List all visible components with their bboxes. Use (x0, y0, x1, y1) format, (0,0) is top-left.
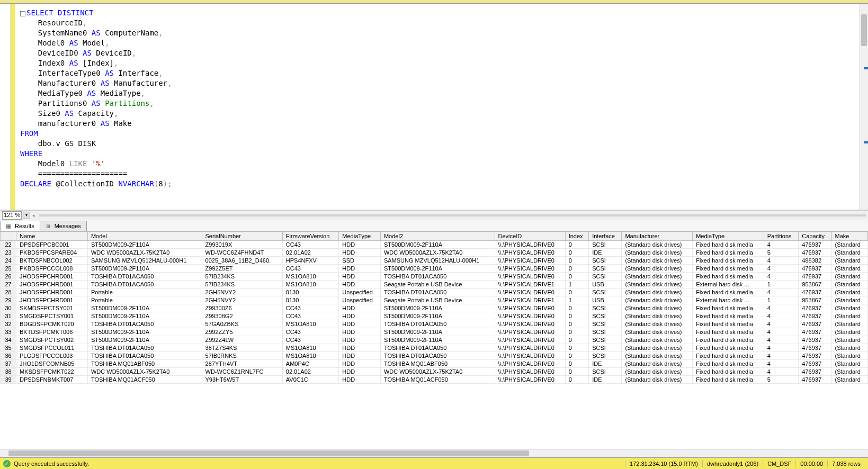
cell[interactable]: SCSI (589, 344, 622, 352)
cell[interactable]: Fixed hard disk media (693, 288, 764, 296)
cell[interactable]: Fixed hard disk media (693, 336, 764, 344)
cell[interactable]: (Standard (831, 281, 867, 288)
cell[interactable]: MS1OA810 (282, 273, 339, 281)
table-row[interactable]: 26JHODSFPCHRD001TOSHIBA DT01ACA05057IB23… (1, 273, 868, 281)
column-header[interactable]: Name (16, 232, 88, 241)
cell[interactable]: \\.\PHYSICALDRIVE0 (495, 328, 565, 336)
cell[interactable]: 1 (764, 281, 799, 288)
cell[interactable]: TOSHIBA MQ01ACF050 (380, 376, 495, 384)
cell[interactable]: JHO1DSFCOMNB05 (16, 360, 88, 368)
cell[interactable]: (Standard (831, 320, 867, 328)
cell[interactable]: \\.\PHYSICALDRIVE0 (495, 360, 565, 368)
cell[interactable]: 4 (764, 241, 799, 249)
cell[interactable]: 0 (565, 273, 589, 281)
cell[interactable]: IDE (589, 249, 622, 257)
cell[interactable]: HDD (339, 336, 381, 344)
results-grid-area[interactable]: NameModelSerialNumberFirmwareVersionMedi… (0, 231, 868, 449)
cell[interactable]: 0 (565, 249, 589, 257)
cell[interactable]: BDGDSFPCMKT020 (16, 320, 88, 328)
cell[interactable]: 488382 (799, 257, 831, 265)
table-row[interactable]: 35SMGDSFPCCOL011TOSHIBA DT01ACA05038TZ7S… (1, 344, 868, 352)
cell[interactable]: SCSI (589, 336, 622, 344)
cell[interactable]: HDD (339, 328, 381, 336)
cell[interactable]: CC43 (282, 265, 339, 273)
cell[interactable]: 476937 (799, 312, 831, 320)
cell[interactable]: ST500DM009-2F110A (87, 312, 202, 320)
cell[interactable]: \\.\PHYSICALDRIVE0 (495, 288, 565, 296)
cell[interactable]: \\.\PHYSICALDRIVE1 (495, 296, 565, 304)
column-header[interactable]: Make (831, 232, 867, 241)
column-header[interactable]: Interface (589, 232, 622, 241)
row-number[interactable]: 28 (1, 288, 16, 296)
table-row[interactable]: 23PKBDSFPCSPARE04WDC WD5000AZLX-75K2TA0W… (1, 249, 868, 257)
results-horizontal-scrollbar[interactable] (0, 449, 868, 457)
cell[interactable]: TOSHIBA DT01ACA050 (380, 273, 495, 281)
cell[interactable]: TOSHIBA DT01ACA050 (380, 352, 495, 360)
cell[interactable]: SMGDSFPCTSY002 (16, 336, 88, 344)
cell[interactable]: AV0C1C (282, 376, 339, 384)
cell[interactable]: HDD (339, 368, 381, 376)
cell[interactable]: 57GA0ZBKS (202, 320, 282, 328)
cell[interactable]: (Standard (831, 368, 867, 376)
cell[interactable]: ST500DM009-2F110A (87, 241, 202, 249)
cell[interactable]: 476937 (799, 273, 831, 281)
cell[interactable]: Fixed hard disk media (693, 312, 764, 320)
cell[interactable]: SCSI (589, 288, 622, 296)
cell[interactable]: ST500DM009-2F110A (87, 336, 202, 344)
cell[interactable]: 476937 (799, 288, 831, 296)
cell[interactable]: TOSHIBA MQ01ABF050 (87, 360, 202, 368)
cell[interactable]: 38TZ7S4KS (202, 344, 282, 352)
row-number[interactable]: 30 (1, 304, 16, 312)
table-row[interactable]: 28JHODSFPCHRD001Portable2GH5NVY20130Unsp… (1, 288, 868, 296)
cell[interactable]: 4 (764, 265, 799, 273)
cell[interactable]: \\.\PHYSICALDRIVE0 (495, 273, 565, 281)
cell[interactable]: SCSI (589, 320, 622, 328)
cell[interactable]: PKBDSFPCCOL008 (16, 265, 88, 273)
cell[interactable]: MS1OA810 (282, 344, 339, 352)
cell[interactable]: (Standard (831, 249, 867, 257)
cell[interactable]: Seagate Portable USB Device (380, 296, 495, 304)
cell[interactable]: TOSHIBA MQ01ABF050 (380, 360, 495, 368)
cell[interactable]: (Standard (831, 273, 867, 281)
cell[interactable]: HDD (339, 360, 381, 368)
cell[interactable]: ST500DM009-2F110A (380, 312, 495, 320)
cell[interactable]: SCSI (589, 257, 622, 265)
row-number[interactable]: 24 (1, 257, 16, 265)
cell[interactable]: (Standard disk drives) (622, 344, 693, 352)
cell[interactable]: JHODSFPCHRD001 (16, 296, 88, 304)
cell[interactable]: (Standard disk drives) (622, 288, 693, 296)
cell[interactable]: (Standard disk drives) (622, 360, 693, 368)
cell[interactable]: (Standard (831, 336, 867, 344)
cell[interactable]: TOSHIBA DT01ACA050 (380, 320, 495, 328)
cell[interactable]: BKTDSFNBCOL002 (16, 257, 88, 265)
cell[interactable]: TOSHIBA DT01ACA050 (87, 344, 202, 352)
cell[interactable]: 0 (565, 265, 589, 273)
cell[interactable]: 0 (565, 320, 589, 328)
cell[interactable]: HDD (339, 249, 381, 257)
cell[interactable]: DPSDSFNBMKT007 (16, 376, 88, 384)
cell[interactable]: (Standard disk drives) (622, 304, 693, 312)
cell[interactable]: 0 (565, 344, 589, 352)
row-number[interactable]: 32 (1, 320, 16, 328)
row-number[interactable]: 37 (1, 360, 16, 368)
table-row[interactable]: 37JHO1DSFCOMNB05TOSHIBA MQ01ABF050287YTH… (1, 360, 868, 368)
cell[interactable]: 0 (565, 312, 589, 320)
cell[interactable]: (Standard (831, 265, 867, 273)
cell[interactable]: 0 (565, 360, 589, 368)
cell[interactable]: MS1OA810 (282, 352, 339, 360)
cell[interactable]: Z99300Z6 (202, 304, 282, 312)
cell[interactable]: 5 (764, 249, 799, 257)
table-row[interactable]: 24BKTDSFNBCOL002SAMSUNG MZVLQ512HALU-000… (1, 257, 868, 265)
cell[interactable]: HDD (339, 312, 381, 320)
cell[interactable]: Seagate Portable USB Device (380, 281, 495, 288)
cell[interactable]: Z993019X (202, 241, 282, 249)
cell[interactable]: TOSHIBA MQ01ACF050 (87, 376, 202, 384)
cell[interactable]: 0 (565, 368, 589, 376)
column-header[interactable]: SerialNumber (202, 232, 282, 241)
cell[interactable]: WDC WD5000AZLX-75K2TA0 (87, 368, 202, 376)
cell[interactable]: External hard disk ... (693, 281, 764, 288)
cell[interactable]: JHODSFPCHRD001 (16, 273, 88, 281)
cell[interactable]: \\.\PHYSICALDRIVE0 (495, 368, 565, 376)
cell[interactable]: \\.\PHYSICALDRIVE0 (495, 249, 565, 257)
cell[interactable]: (Standard (831, 376, 867, 384)
